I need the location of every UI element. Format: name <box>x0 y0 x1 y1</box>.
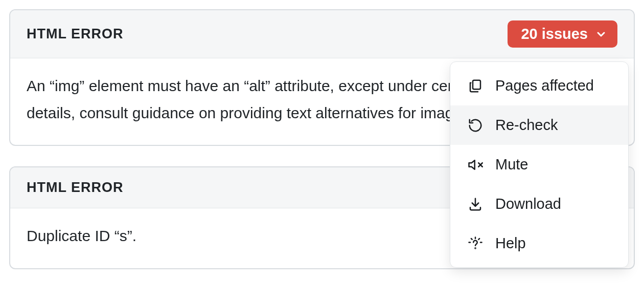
download-icon <box>468 197 483 212</box>
svg-line-10 <box>478 239 479 240</box>
dropdown-item-label: Mute <box>495 156 528 173</box>
dropdown-item-download[interactable]: Download <box>450 184 628 224</box>
svg-rect-0 <box>473 80 480 89</box>
svg-line-9 <box>471 239 472 240</box>
mute-icon <box>468 157 483 173</box>
help-icon <box>468 236 483 251</box>
dropdown-item-label: Pages affected <box>495 77 594 94</box>
issues-badge-label: 20 issues <box>521 26 588 42</box>
copy-icon <box>468 78 483 94</box>
dropdown-item-label: Download <box>495 196 561 212</box>
dropdown-item-label: Help <box>495 235 526 252</box>
dropdown-item-mute[interactable]: Mute <box>450 145 628 184</box>
dropdown-item-label: Re-check <box>495 117 558 134</box>
error-card-header: HTML ERROR 20 issues <box>10 10 634 58</box>
chevron-down-icon <box>595 28 607 40</box>
issues-badge-button[interactable]: 20 issues <box>508 20 617 48</box>
error-card-title: HTML ERROR <box>27 26 124 42</box>
dropdown-item-recheck[interactable]: Re-check <box>450 105 628 145</box>
dropdown-item-pages-affected[interactable]: Pages affected <box>450 66 628 105</box>
svg-marker-1 <box>469 160 475 169</box>
recheck-icon <box>468 118 483 133</box>
dropdown-item-help[interactable]: Help <box>450 224 628 263</box>
svg-point-5 <box>475 248 475 248</box>
issues-dropdown-menu: Pages affected Re-check Mute Download <box>450 61 629 268</box>
